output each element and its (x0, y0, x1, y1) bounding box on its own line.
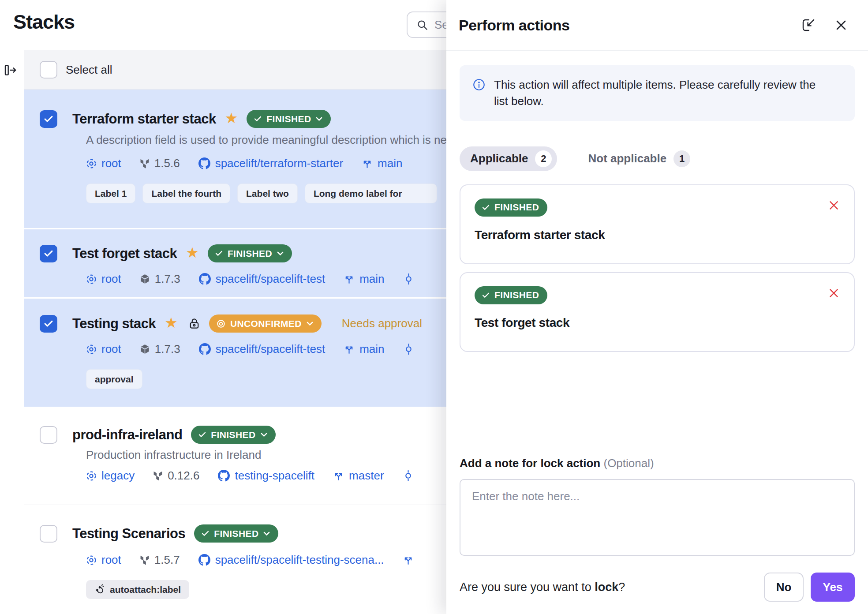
terraform-icon (153, 471, 163, 481)
status-badge[interactable]: FINISHED (208, 244, 292, 262)
check-icon (215, 251, 223, 256)
tab-applicable[interactable]: Applicable 2 (460, 146, 557, 171)
yes-button[interactable]: Yes (811, 573, 855, 602)
dock-panel-icon[interactable] (801, 18, 816, 33)
cube-icon (140, 274, 150, 284)
confirm-question: Are you sure you want to lock? (460, 580, 764, 594)
perform-actions-panel: Perform actions This action will affect … (446, 0, 868, 614)
repo-link[interactable]: spacelift/terraform-starter (198, 157, 343, 170)
chevron-down-icon (316, 117, 322, 121)
chevron-down-icon (307, 322, 313, 326)
page-title: Stacks (13, 11, 75, 34)
terraform-icon (140, 555, 150, 565)
label-pill[interactable]: autoattach:label (86, 580, 189, 599)
star-icon[interactable]: ★ (186, 245, 199, 260)
info-alert: This action will affect multiple items. … (460, 65, 855, 121)
remove-item-icon[interactable] (828, 287, 840, 299)
space-icon (86, 555, 97, 565)
check-icon (254, 116, 262, 122)
check-icon (482, 292, 490, 298)
row-checkbox[interactable] (40, 315, 57, 333)
note-textarea[interactable] (460, 479, 855, 556)
magnet-icon (94, 584, 105, 595)
branch-icon (344, 273, 355, 285)
check-icon (198, 432, 206, 438)
tab-not-applicable[interactable]: Not applicable 1 (577, 146, 696, 171)
terraform-icon (140, 158, 150, 168)
branch-link[interactable]: main (362, 157, 402, 170)
stack-name: Testing Scenarios (72, 526, 185, 542)
branch-link[interactable]: master (333, 469, 384, 483)
github-icon (218, 470, 230, 482)
close-icon[interactable] (834, 19, 848, 32)
space-link[interactable]: root (86, 157, 121, 170)
left-gutter (0, 50, 24, 614)
space-link[interactable]: root (86, 342, 121, 356)
label-pill[interactable]: approval (86, 369, 142, 389)
label-pill[interactable]: Label two (237, 183, 298, 203)
select-all-label: Select all (66, 63, 112, 77)
row-checkbox[interactable] (40, 245, 57, 262)
affected-item-name: Test forget stack (475, 316, 840, 330)
commit-icon (403, 344, 414, 355)
chevron-down-icon (261, 433, 267, 437)
branch-icon (362, 158, 373, 169)
label-pill[interactable]: Label the fourth (142, 183, 230, 203)
select-all-checkbox[interactable] (40, 61, 57, 79)
row-checkbox[interactable] (40, 426, 57, 444)
affected-item-card: FINISHED Terraform starter stack (460, 184, 855, 264)
version-info: 0.12.6 (153, 469, 199, 483)
stack-name: Terraform starter stack (72, 111, 216, 127)
space-icon (86, 158, 97, 169)
space-link[interactable]: legacy (86, 469, 135, 483)
remove-item-icon[interactable] (828, 199, 840, 211)
check-icon (482, 205, 490, 210)
commit-icon (403, 470, 414, 481)
label-pill[interactable]: Label 1 (86, 183, 135, 203)
status-badge[interactable]: FINISHED (194, 524, 278, 543)
version-info: 1.7.3 (140, 272, 180, 286)
star-icon[interactable]: ★ (225, 111, 238, 125)
row-checkbox[interactable] (40, 110, 57, 128)
applicability-tabs: Applicable 2 Not applicable 1 (460, 146, 855, 171)
alert-text: This action will affect multiple items. … (494, 77, 842, 109)
branch-icon (333, 470, 344, 481)
status-badge: FINISHED (475, 198, 547, 217)
expand-sidebar-icon[interactable] (4, 63, 18, 79)
star-icon[interactable]: ★ (165, 315, 178, 330)
repo-link[interactable]: spacelift/spacelift-test (199, 342, 326, 356)
github-icon (199, 273, 211, 285)
version-info: 1.5.6 (140, 157, 180, 170)
status-badge[interactable]: FINISHED (247, 110, 331, 128)
stacks-page: Stacks Search Select all Terraform start… (0, 0, 868, 614)
row-checkbox[interactable] (40, 525, 57, 543)
status-badge: FINISHED (475, 286, 547, 304)
space-icon (86, 274, 97, 285)
branch-icon (403, 554, 414, 565)
status-badge[interactable]: FINISHED (191, 426, 275, 444)
repo-link[interactable]: spacelift/spacelift-test (199, 272, 326, 286)
space-link[interactable]: root (86, 553, 121, 567)
stack-name: prod-infra-ireland (72, 427, 182, 443)
info-icon (473, 79, 485, 91)
github-icon (198, 157, 210, 169)
affected-items-list: FINISHED Terraform starter stack FINISHE… (460, 184, 855, 352)
no-button[interactable]: No (764, 573, 804, 602)
check-icon (202, 531, 209, 536)
tab-count-badge: 2 (535, 150, 552, 167)
needs-approval-text: Needs approval (342, 317, 422, 330)
cube-icon (140, 344, 150, 354)
version-info: 1.7.3 (140, 342, 180, 356)
repo-link[interactable]: spacelift/spacelift-testing-scena... (198, 553, 384, 567)
version-info: 1.5.7 (140, 553, 180, 567)
branch-link[interactable]: main (344, 342, 384, 356)
affected-item-name: Terraform starter stack (475, 228, 840, 242)
label-pill[interactable]: Long demo label for (305, 183, 437, 203)
note-section: Add a note for lock action (Optional) Ar… (460, 457, 855, 602)
note-label: Add a note for lock action (Optional) (460, 457, 855, 470)
branch-link[interactable]: main (344, 272, 384, 286)
space-link[interactable]: root (86, 272, 121, 286)
status-badge[interactable]: UNCONFIRMED (209, 314, 322, 333)
affected-item-card: FINISHED Test forget stack (460, 272, 855, 352)
repo-link[interactable]: testing-spacelift (218, 469, 314, 483)
